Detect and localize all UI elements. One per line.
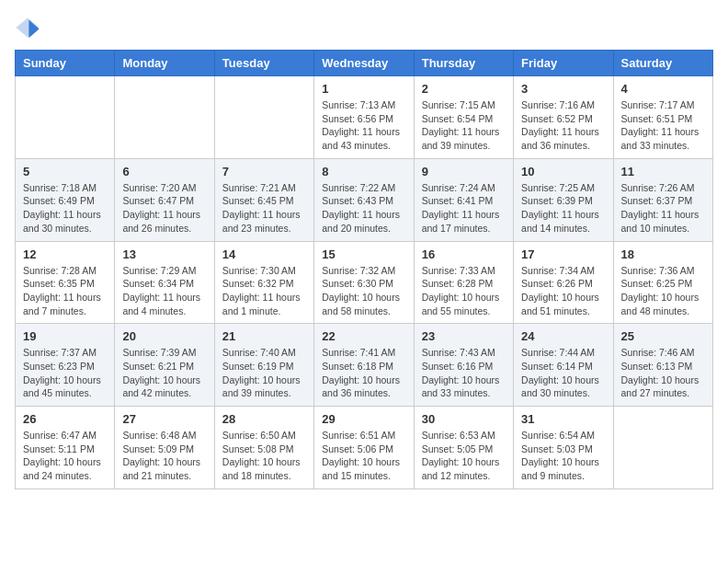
day-number: 12 bbox=[23, 247, 107, 261]
calendar-cell: 6Sunrise: 7:20 AM Sunset: 6:47 PM Daylig… bbox=[115, 158, 214, 241]
day-info: Sunrise: 6:48 AM Sunset: 5:09 PM Dayligh… bbox=[122, 429, 206, 483]
calendar-cell: 13Sunrise: 7:29 AM Sunset: 6:34 PM Dayli… bbox=[115, 241, 214, 324]
calendar-week-row: 1Sunrise: 7:13 AM Sunset: 6:56 PM Daylig… bbox=[16, 76, 713, 159]
day-info: Sunrise: 7:17 AM Sunset: 6:51 PM Dayligh… bbox=[621, 98, 705, 153]
calendar-header-wednesday: Wednesday bbox=[314, 51, 414, 76]
day-info: Sunrise: 7:21 AM Sunset: 6:45 PM Dayligh… bbox=[222, 181, 306, 236]
day-number: 6 bbox=[122, 165, 206, 178]
calendar-cell bbox=[115, 76, 214, 159]
day-info: Sunrise: 7:40 AM Sunset: 6:19 PM Dayligh… bbox=[222, 346, 306, 400]
day-number: 3 bbox=[521, 82, 605, 96]
day-number: 30 bbox=[422, 412, 506, 426]
calendar-week-row: 19Sunrise: 7:37 AM Sunset: 6:23 PM Dayli… bbox=[16, 324, 713, 407]
day-number: 28 bbox=[222, 412, 306, 426]
calendar-cell: 16Sunrise: 7:33 AM Sunset: 6:28 PM Dayli… bbox=[414, 241, 513, 324]
logo bbox=[15, 15, 44, 40]
day-number: 29 bbox=[322, 412, 405, 426]
calendar-header-sunday: Sunday bbox=[16, 51, 115, 76]
calendar-cell: 7Sunrise: 7:21 AM Sunset: 6:45 PM Daylig… bbox=[214, 158, 313, 241]
day-number: 22 bbox=[322, 329, 405, 343]
calendar-cell: 22Sunrise: 7:41 AM Sunset: 6:18 PM Dayli… bbox=[314, 324, 414, 407]
day-info: Sunrise: 7:22 AM Sunset: 6:43 PM Dayligh… bbox=[322, 181, 405, 236]
logo-icon bbox=[15, 15, 40, 40]
calendar-header-thursday: Thursday bbox=[414, 51, 513, 76]
day-info: Sunrise: 6:47 AM Sunset: 5:11 PM Dayligh… bbox=[23, 429, 107, 483]
calendar-cell: 29Sunrise: 6:51 AM Sunset: 5:06 PM Dayli… bbox=[314, 407, 414, 489]
day-info: Sunrise: 7:15 AM Sunset: 6:54 PM Dayligh… bbox=[422, 98, 506, 153]
day-number: 11 bbox=[621, 165, 705, 178]
calendar-header-saturday: Saturday bbox=[613, 51, 712, 76]
day-info: Sunrise: 7:28 AM Sunset: 6:35 PM Dayligh… bbox=[23, 264, 107, 318]
day-info: Sunrise: 7:32 AM Sunset: 6:30 PM Dayligh… bbox=[322, 264, 405, 318]
calendar-week-row: 26Sunrise: 6:47 AM Sunset: 5:11 PM Dayli… bbox=[16, 407, 713, 489]
calendar-week-row: 5Sunrise: 7:18 AM Sunset: 6:49 PM Daylig… bbox=[16, 158, 713, 241]
day-info: Sunrise: 7:41 AM Sunset: 6:18 PM Dayligh… bbox=[322, 346, 405, 400]
calendar-cell: 9Sunrise: 7:24 AM Sunset: 6:41 PM Daylig… bbox=[414, 158, 513, 241]
day-number: 5 bbox=[23, 165, 107, 178]
day-number: 17 bbox=[521, 247, 605, 261]
day-number: 23 bbox=[422, 329, 506, 343]
calendar-cell: 26Sunrise: 6:47 AM Sunset: 5:11 PM Dayli… bbox=[16, 407, 115, 489]
day-info: Sunrise: 7:25 AM Sunset: 6:39 PM Dayligh… bbox=[521, 181, 605, 236]
day-info: Sunrise: 7:29 AM Sunset: 6:34 PM Dayligh… bbox=[122, 264, 206, 318]
day-number: 13 bbox=[122, 247, 206, 261]
calendar-cell: 1Sunrise: 7:13 AM Sunset: 6:56 PM Daylig… bbox=[314, 76, 414, 159]
day-number: 24 bbox=[521, 329, 605, 343]
day-number: 1 bbox=[322, 82, 405, 96]
day-number: 31 bbox=[521, 412, 605, 426]
day-info: Sunrise: 7:24 AM Sunset: 6:41 PM Dayligh… bbox=[422, 181, 506, 236]
day-info: Sunrise: 7:37 AM Sunset: 6:23 PM Dayligh… bbox=[23, 346, 107, 400]
calendar-cell: 23Sunrise: 7:43 AM Sunset: 6:16 PM Dayli… bbox=[414, 324, 513, 407]
calendar-header-tuesday: Tuesday bbox=[214, 51, 313, 76]
calendar-cell: 19Sunrise: 7:37 AM Sunset: 6:23 PM Dayli… bbox=[16, 324, 115, 407]
day-number: 21 bbox=[222, 329, 306, 343]
calendar-cell: 4Sunrise: 7:17 AM Sunset: 6:51 PM Daylig… bbox=[613, 76, 712, 159]
calendar-cell bbox=[214, 76, 313, 159]
calendar-cell: 27Sunrise: 6:48 AM Sunset: 5:09 PM Dayli… bbox=[115, 407, 214, 489]
calendar-cell: 8Sunrise: 7:22 AM Sunset: 6:43 PM Daylig… bbox=[314, 158, 414, 241]
day-info: Sunrise: 7:43 AM Sunset: 6:16 PM Dayligh… bbox=[422, 346, 506, 400]
day-number: 19 bbox=[23, 329, 107, 343]
day-info: Sunrise: 7:36 AM Sunset: 6:25 PM Dayligh… bbox=[621, 264, 705, 318]
day-number: 18 bbox=[621, 247, 705, 261]
day-number: 14 bbox=[222, 247, 306, 261]
day-number: 26 bbox=[23, 412, 107, 426]
day-number: 10 bbox=[521, 165, 605, 178]
day-info: Sunrise: 7:18 AM Sunset: 6:49 PM Dayligh… bbox=[23, 181, 107, 236]
day-number: 7 bbox=[222, 165, 306, 178]
day-info: Sunrise: 7:34 AM Sunset: 6:26 PM Dayligh… bbox=[521, 264, 605, 318]
day-number: 8 bbox=[322, 165, 405, 178]
day-info: Sunrise: 7:20 AM Sunset: 6:47 PM Dayligh… bbox=[122, 181, 206, 236]
calendar-cell: 12Sunrise: 7:28 AM Sunset: 6:35 PM Dayli… bbox=[16, 241, 115, 324]
day-number: 4 bbox=[621, 82, 705, 96]
day-info: Sunrise: 6:51 AM Sunset: 5:06 PM Dayligh… bbox=[322, 429, 405, 483]
day-number: 9 bbox=[422, 165, 506, 178]
calendar-header-friday: Friday bbox=[514, 51, 613, 76]
page-header bbox=[15, 15, 713, 40]
calendar-cell: 15Sunrise: 7:32 AM Sunset: 6:30 PM Dayli… bbox=[314, 241, 414, 324]
day-info: Sunrise: 6:50 AM Sunset: 5:08 PM Dayligh… bbox=[222, 429, 306, 483]
calendar-cell: 21Sunrise: 7:40 AM Sunset: 6:19 PM Dayli… bbox=[214, 324, 313, 407]
day-number: 20 bbox=[122, 329, 206, 343]
calendar-week-row: 12Sunrise: 7:28 AM Sunset: 6:35 PM Dayli… bbox=[16, 241, 713, 324]
calendar-cell: 5Sunrise: 7:18 AM Sunset: 6:49 PM Daylig… bbox=[16, 158, 115, 241]
calendar-cell: 14Sunrise: 7:30 AM Sunset: 6:32 PM Dayli… bbox=[214, 241, 313, 324]
calendar-cell: 28Sunrise: 6:50 AM Sunset: 5:08 PM Dayli… bbox=[214, 407, 313, 489]
day-info: Sunrise: 6:53 AM Sunset: 5:05 PM Dayligh… bbox=[422, 429, 506, 483]
calendar-header-monday: Monday bbox=[115, 51, 214, 76]
calendar-cell: 24Sunrise: 7:44 AM Sunset: 6:14 PM Dayli… bbox=[514, 324, 613, 407]
day-info: Sunrise: 6:54 AM Sunset: 5:03 PM Dayligh… bbox=[521, 429, 605, 483]
calendar-cell: 3Sunrise: 7:16 AM Sunset: 6:52 PM Daylig… bbox=[514, 76, 613, 159]
calendar-cell: 2Sunrise: 7:15 AM Sunset: 6:54 PM Daylig… bbox=[414, 76, 513, 159]
calendar-cell: 20Sunrise: 7:39 AM Sunset: 6:21 PM Dayli… bbox=[115, 324, 214, 407]
day-number: 15 bbox=[322, 247, 405, 261]
day-info: Sunrise: 7:30 AM Sunset: 6:32 PM Dayligh… bbox=[222, 264, 306, 318]
day-number: 27 bbox=[122, 412, 206, 426]
calendar-cell bbox=[16, 76, 115, 159]
calendar-cell: 25Sunrise: 7:46 AM Sunset: 6:13 PM Dayli… bbox=[613, 324, 712, 407]
day-info: Sunrise: 7:33 AM Sunset: 6:28 PM Dayligh… bbox=[422, 264, 506, 318]
calendar-cell: 30Sunrise: 6:53 AM Sunset: 5:05 PM Dayli… bbox=[414, 407, 513, 489]
calendar-header-row: SundayMondayTuesdayWednesdayThursdayFrid… bbox=[16, 51, 713, 76]
calendar-cell bbox=[613, 407, 712, 489]
day-number: 25 bbox=[621, 329, 705, 343]
